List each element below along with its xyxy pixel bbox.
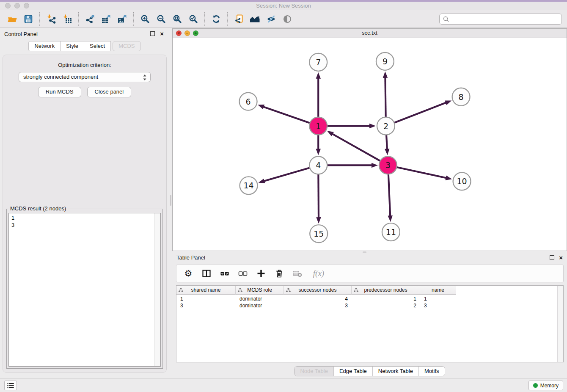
edge-2-9[interactable] [383,72,388,118]
svg-text:7: 7 [316,58,321,67]
zoom-selected-icon[interactable] [185,12,201,26]
table-scrollbar[interactable] [557,286,563,362]
edge-3-1[interactable] [327,131,381,161]
node-4[interactable]: 4 [309,156,327,174]
toolbar-separator [204,12,205,26]
network-canvas[interactable]: 1234678910111415 [173,38,567,251]
edge-3-11[interactable] [388,173,392,222]
edge-4-3[interactable] [326,163,378,168]
node-7[interactable]: 7 [309,53,327,71]
hide-selected-icon[interactable] [263,12,279,26]
first-neighbors-icon[interactable] [247,12,263,26]
table-row: 1dominator411 [176,295,563,302]
cell-mcds-role[interactable]: dominator [236,302,284,309]
edge-1-7[interactable] [316,72,321,118]
tab-network[interactable]: Network [28,41,61,51]
node-11[interactable]: 11 [382,223,400,241]
node-2[interactable]: 2 [377,117,395,135]
export-network-icon[interactable] [82,12,98,26]
cell-name[interactable]: 1 [420,295,456,302]
tab-select[interactable]: Select [84,41,111,51]
run-mcds-button[interactable]: Run MCDS [38,87,81,97]
cell-successor-nodes[interactable]: 4 [284,295,352,302]
open-session-icon[interactable] [4,12,20,26]
control-panel: Control Panel × NetworkStyleSelectMCDS O… [0,28,169,378]
column-header-name[interactable]: name [420,286,456,295]
svg-text:8: 8 [459,92,464,102]
network-from-selection-icon[interactable] [231,12,247,26]
vertical-pane-divider[interactable] [170,195,171,206]
save-session-icon[interactable] [20,12,36,26]
criterion-dropdown[interactable]: strongly connected component [19,72,151,82]
node-6[interactable]: 6 [239,93,257,110]
table-panel-float-button[interactable] [550,255,554,260]
svg-text:2: 2 [383,121,388,131]
tab-network-table[interactable]: Network Table [372,367,418,376]
show-all-icon[interactable] [279,12,295,26]
split-view-icon[interactable] [201,268,212,279]
node-3[interactable]: 3 [379,156,397,174]
edge-1-4[interactable] [316,134,321,155]
node-8[interactable]: 8 [452,88,470,106]
cell-predecessor-nodes[interactable]: 2 [352,302,420,309]
cell-shared-name[interactable]: 3 [176,302,236,309]
apply-layout-icon[interactable] [208,12,224,26]
cell-mcds-role[interactable]: dominator [236,295,284,302]
hierarchy-icon [286,288,291,293]
cell-name[interactable]: 3 [420,302,456,309]
table-tabs-segmented-control: Node TableEdge TableNetwork TableMotifs [294,366,445,376]
column-header-mcds-role[interactable]: MCDS role [236,286,284,295]
cell-predecessor-nodes[interactable]: 1 [352,295,420,302]
cell-successor-nodes[interactable]: 3 [284,302,352,309]
toolbar-separator [133,12,134,26]
add-column-icon[interactable] [256,268,266,279]
delete-table-icon[interactable] [292,268,303,279]
tab-mcds[interactable]: MCDS [113,41,140,51]
cell-shared-name[interactable]: 1 [176,295,236,302]
node-14[interactable]: 14 [240,177,258,194]
control-panel-float-button[interactable] [150,31,155,36]
mcds-result-textarea[interactable]: 1 3 [8,213,161,367]
edge-3-10[interactable] [396,167,452,180]
import-network-icon[interactable] [43,12,59,26]
tab-style[interactable]: Style [60,41,84,51]
table-panel-close-button[interactable]: × [559,254,563,261]
tab-motifs[interactable]: Motifs [418,367,445,376]
deselect-all-icon[interactable] [238,268,248,279]
tab-node-table[interactable]: Node Table [295,367,333,376]
node-10[interactable]: 10 [453,172,471,190]
column-header-predecessor-nodes[interactable]: predecessor nodes [352,286,420,295]
zoom-out-icon[interactable] [153,12,169,26]
node-1[interactable]: 1 [309,117,327,135]
task-history-button[interactable] [4,381,17,390]
node-9[interactable]: 9 [376,52,394,70]
export-image-icon[interactable] [114,12,130,26]
search-field[interactable] [439,14,562,25]
search-input[interactable] [451,15,558,22]
control-panel-close-button[interactable]: × [160,30,164,37]
mcds-result-scrollbar[interactable] [154,213,160,366]
node-15[interactable]: 15 [310,225,328,243]
delete-column-icon[interactable] [274,268,284,279]
tab-edge-table[interactable]: Edge Table [333,367,372,376]
function-builder-icon[interactable]: f(x) [311,268,327,279]
column-settings-gear-icon[interactable]: ⚙ [183,268,193,279]
import-table-icon[interactable] [59,12,75,26]
list-icon [7,383,14,388]
column-header-shared-name[interactable]: shared name [176,286,236,295]
edge-2-8[interactable] [394,100,452,123]
column-header-successor-nodes[interactable]: successor nodes [284,286,352,295]
edge-1-6[interactable] [258,105,311,123]
edge-4-15[interactable] [316,173,321,224]
dropdown-chevrons-icon [142,74,148,81]
memory-label: Memory [540,383,559,389]
edge-4-14[interactable] [259,168,311,183]
export-table-icon[interactable] [98,12,114,26]
zoom-in-icon[interactable] [137,12,153,26]
close-panel-button[interactable]: Close panel [87,87,132,97]
zoom-fit-icon[interactable] [169,12,185,26]
edge-1-2[interactable] [326,124,376,128]
select-all-icon[interactable] [220,268,230,279]
memory-button[interactable]: Memory [528,381,563,390]
edge-2-3[interactable] [385,134,389,155]
